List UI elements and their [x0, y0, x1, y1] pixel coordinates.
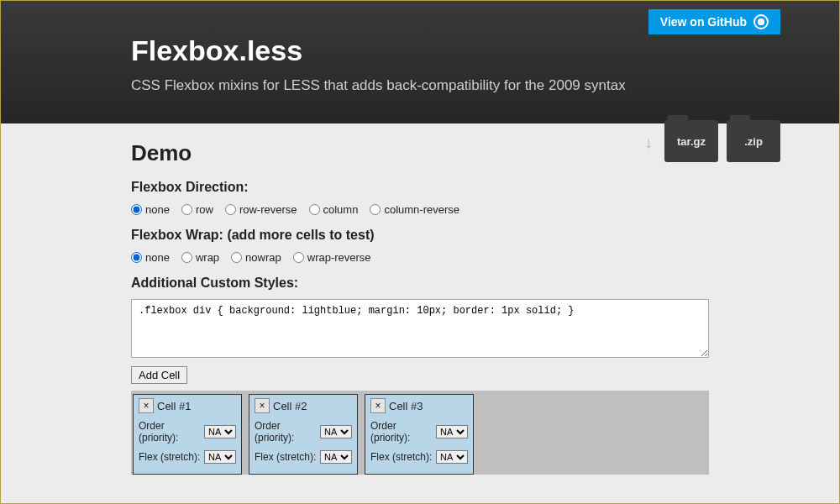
order-select[interactable]: NA: [436, 425, 468, 438]
cell-flex-row: Flex (stretch): NA: [370, 450, 468, 464]
radio-direction-column[interactable]: column: [309, 203, 359, 216]
github-icon: [753, 14, 769, 29]
cell-remove-button[interactable]: ×: [255, 398, 270, 413]
radio-direction-column-reverse[interactable]: column-reverse: [370, 203, 459, 216]
flexbox-demo: × Cell #1 Order (priority): NA Flex (str…: [131, 391, 709, 475]
header-inner: Flexbox.less CSS Flexbox mixins for LESS…: [131, 34, 719, 94]
folder-label: tar.gz: [664, 120, 718, 162]
radio-input[interactable]: [131, 252, 142, 263]
download-arrow-icon: ↓: [644, 133, 653, 152]
wrap-radios: none wrap nowrap wrap-reverse: [131, 251, 709, 264]
folder-label: .zip: [727, 120, 780, 162]
download-targz[interactable]: tar.gz: [664, 120, 718, 162]
cell-header: × Cell #1: [139, 398, 236, 413]
cell: × Cell #1 Order (priority): NA Flex (str…: [133, 394, 242, 475]
downloads: ↓ tar.gz .zip: [644, 120, 780, 162]
order-select[interactable]: NA: [320, 425, 352, 438]
add-cell-button[interactable]: Add Cell: [131, 366, 187, 384]
radio-input[interactable]: [181, 204, 192, 215]
flex-select[interactable]: NA: [436, 450, 468, 464]
cell-flex-row: Flex (stretch): NA: [255, 450, 352, 464]
cell-title: Cell #3: [389, 400, 423, 412]
cell-header: × Cell #2: [255, 398, 352, 413]
direction-label: Flexbox Direction:: [131, 180, 709, 195]
cell: × Cell #3 Order (priority): NA Flex (str…: [365, 394, 474, 475]
radio-direction-row[interactable]: row: [181, 203, 213, 216]
radio-input[interactable]: [181, 252, 192, 263]
page: View on GitHub Flexbox.less CSS Flexbox …: [0, 0, 840, 504]
cell-header: × Cell #3: [370, 398, 468, 413]
radio-wrap-wrap-reverse[interactable]: wrap-reverse: [293, 251, 371, 264]
page-subtitle: CSS Flexbox mixins for LESS that adds ba…: [131, 77, 719, 94]
cell-flex-row: Flex (stretch): NA: [139, 450, 236, 464]
radio-input[interactable]: [309, 204, 320, 215]
radio-wrap-wrap[interactable]: wrap: [181, 251, 219, 264]
cell-remove-button[interactable]: ×: [139, 398, 154, 413]
order-label: Order (priority):: [255, 420, 320, 444]
radio-input[interactable]: [370, 204, 381, 215]
radio-direction-row-reverse[interactable]: row-reverse: [225, 203, 297, 216]
radio-input[interactable]: [225, 204, 236, 215]
cell-order-row: Order (priority): NA: [139, 420, 236, 444]
cell-order-row: Order (priority): NA: [255, 420, 352, 444]
radio-input[interactable]: [293, 252, 304, 263]
radio-wrap-none[interactable]: none: [131, 251, 170, 264]
download-zip[interactable]: .zip: [727, 120, 780, 162]
github-button[interactable]: View on GitHub: [648, 9, 780, 34]
flex-label: Flex (stretch):: [255, 451, 316, 463]
order-select[interactable]: NA: [204, 425, 236, 438]
cell-title: Cell #2: [273, 400, 307, 412]
cell: × Cell #2 Order (priority): NA Flex (str…: [249, 394, 358, 475]
order-label: Order (priority):: [139, 420, 204, 444]
radio-wrap-nowrap[interactable]: nowrap: [231, 251, 281, 264]
flex-label: Flex (stretch):: [370, 451, 432, 463]
custom-styles-input[interactable]: [131, 299, 709, 358]
radio-input[interactable]: [231, 252, 242, 263]
radio-direction-none[interactable]: none: [131, 203, 170, 216]
demo-heading: Demo: [131, 140, 709, 166]
cell-remove-button[interactable]: ×: [370, 398, 386, 413]
github-label: View on GitHub: [660, 15, 747, 29]
content: Demo Flexbox Direction: none row row-rev…: [1, 123, 839, 475]
flex-select[interactable]: NA: [320, 450, 352, 464]
page-title: Flexbox.less: [131, 34, 719, 67]
wrap-label: Flexbox Wrap: (add more cells to test): [131, 228, 709, 243]
flex-select[interactable]: NA: [204, 450, 236, 464]
cell-order-row: Order (priority): NA: [370, 420, 468, 444]
header: View on GitHub Flexbox.less CSS Flexbox …: [1, 1, 839, 123]
direction-radios: none row row-reverse column column-rever…: [131, 203, 709, 216]
styles-label: Additional Custom Styles:: [131, 276, 709, 291]
flex-label: Flex (stretch):: [139, 451, 200, 463]
order-label: Order (priority):: [370, 420, 436, 444]
radio-input[interactable]: [131, 204, 142, 215]
cell-title: Cell #1: [157, 400, 191, 412]
